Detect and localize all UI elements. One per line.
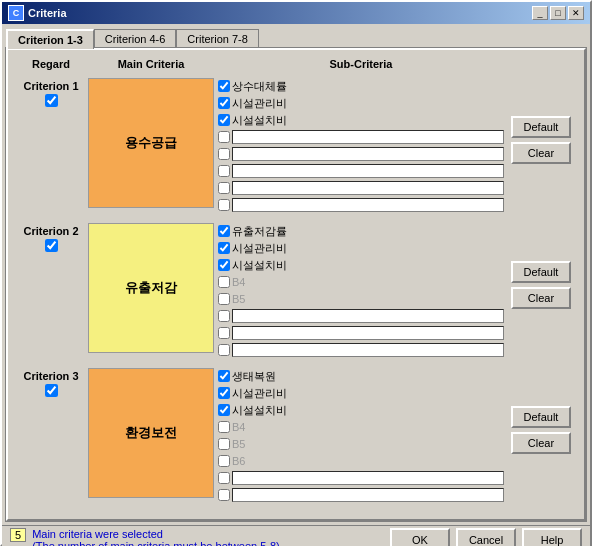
sub-1-6-checkbox[interactable] — [218, 165, 230, 177]
criterion-2-buttons: Default Clear — [506, 221, 576, 309]
criterion-2-default-button[interactable]: Default — [511, 261, 571, 283]
criterion-2-label: Criterion 2 — [16, 221, 86, 252]
sub-3-6-checkbox[interactable] — [218, 455, 230, 467]
criterion-2-main-box: 유출저감 — [88, 223, 214, 353]
main-criteria-header: Main Criteria — [86, 58, 216, 70]
sub-1-8-checkbox[interactable] — [218, 199, 230, 211]
criterion-2-clear-button[interactable]: Clear — [511, 287, 571, 309]
actions-header — [506, 58, 576, 70]
sub-item: 시설설치비 — [218, 112, 504, 128]
status-line1: Main criteria were selected — [32, 528, 280, 540]
sub-3-2-checkbox[interactable] — [218, 387, 230, 399]
sub-2-4-checkbox[interactable] — [218, 276, 230, 288]
status-left: 5 Main criteria were selected (The numbe… — [10, 528, 280, 546]
sub-item: 생태복원 — [218, 368, 504, 384]
sub-3-8-input[interactable] — [232, 488, 504, 502]
sub-2-7-input[interactable] — [232, 326, 504, 340]
maximize-button[interactable]: □ — [550, 6, 566, 20]
sub-3-7-checkbox[interactable] — [218, 472, 230, 484]
criterion-3-main-cell: 환경보전 — [86, 366, 216, 500]
criterion-1-main-cell: 용수공급 — [86, 76, 216, 210]
criterion-2-sub-cell: 유출저감률 시설관리비 시설설치비 B4 — [216, 221, 506, 360]
sub-item: 유출저감률 — [218, 223, 504, 239]
sub-item: 시설관리비 — [218, 240, 504, 256]
sub-2-7-checkbox[interactable] — [218, 327, 230, 339]
sub-1-4-checkbox[interactable] — [218, 131, 230, 143]
criterion-3-default-button[interactable]: Default — [511, 406, 571, 428]
window-title: Criteria — [28, 7, 67, 19]
window-icon: C — [8, 5, 24, 21]
sub-1-8-input[interactable] — [232, 198, 504, 212]
tab-criterion-1-3[interactable]: Criterion 1-3 — [6, 29, 94, 49]
criterion-3-clear-button[interactable]: Clear — [511, 432, 571, 454]
tab-bar: Criterion 1-3 Criterion 4-6 Criterion 7-… — [6, 28, 586, 48]
criterion-1-label: Criterion 1 — [16, 76, 86, 107]
sub-1-1-checkbox[interactable] — [218, 80, 230, 92]
sub-item — [218, 325, 504, 341]
status-badge: 5 — [10, 528, 26, 542]
status-line2: (The number of main criteria must be bet… — [32, 540, 280, 546]
sub-2-3-checkbox[interactable] — [218, 259, 230, 271]
sub-3-4-checkbox[interactable] — [218, 421, 230, 433]
column-headers: Regard Main Criteria Sub-Criteria — [16, 58, 576, 72]
sub-item: B4 — [218, 274, 504, 290]
status-text: Main criteria were selected (The number … — [32, 528, 280, 546]
sub-item: 시설설치비 — [218, 257, 504, 273]
sub-2-6-input[interactable] — [232, 309, 504, 323]
minimize-button[interactable]: _ — [532, 6, 548, 20]
criterion-1-row: Criterion 1 용수공급 상수대체률 시설관리비 — [16, 76, 576, 215]
sub-item — [218, 487, 504, 503]
sub-item — [218, 470, 504, 486]
main-window: C Criteria _ □ ✕ Criterion 1-3 Criterion… — [0, 0, 592, 546]
sub-3-3-checkbox[interactable] — [218, 404, 230, 416]
sub-item: B5 — [218, 436, 504, 452]
criterion-3-main-box: 환경보전 — [88, 368, 214, 498]
ok-button[interactable]: OK — [390, 528, 450, 546]
sub-criteria-header: Sub-Criteria — [216, 58, 506, 70]
sub-1-5-checkbox[interactable] — [218, 148, 230, 160]
criterion-2-checkbox[interactable] — [45, 239, 58, 252]
sub-2-5-checkbox[interactable] — [218, 293, 230, 305]
sub-1-7-input[interactable] — [232, 181, 504, 195]
window-content: Criterion 1-3 Criterion 4-6 Criterion 7-… — [2, 24, 590, 525]
criterion-1-checkbox[interactable] — [45, 94, 58, 107]
sub-2-8-input[interactable] — [232, 343, 504, 357]
sub-2-2-checkbox[interactable] — [218, 242, 230, 254]
sub-item: B5 — [218, 291, 504, 307]
criterion-2-main-cell: 유출저감 — [86, 221, 216, 355]
tab-criterion-4-6[interactable]: Criterion 4-6 — [94, 29, 177, 49]
criterion-3-buttons: Default Clear — [506, 366, 576, 454]
cancel-button[interactable]: Cancel — [456, 528, 516, 546]
sub-3-1-checkbox[interactable] — [218, 370, 230, 382]
sub-1-4-input[interactable] — [232, 130, 504, 144]
sub-3-8-checkbox[interactable] — [218, 489, 230, 501]
regard-header: Regard — [16, 58, 86, 70]
tab-criterion-7-8[interactable]: Criterion 7-8 — [176, 29, 259, 49]
sub-2-8-checkbox[interactable] — [218, 344, 230, 356]
sub-1-3-checkbox[interactable] — [218, 114, 230, 126]
sub-item: 시설설치비 — [218, 402, 504, 418]
close-button[interactable]: ✕ — [568, 6, 584, 20]
tab-panel: Regard Main Criteria Sub-Criteria Criter… — [6, 48, 586, 521]
sub-3-7-input[interactable] — [232, 471, 504, 485]
criterion-3-sub-cell: 생태복원 시설관리비 시설설치비 B4 — [216, 366, 506, 505]
sub-item — [218, 308, 504, 324]
sub-2-6-checkbox[interactable] — [218, 310, 230, 322]
criterion-1-clear-button[interactable]: Clear — [511, 142, 571, 164]
help-button[interactable]: Help — [522, 528, 582, 546]
title-buttons: _ □ ✕ — [532, 6, 584, 20]
sub-item — [218, 146, 504, 162]
criterion-3-row: Criterion 3 환경보전 생태복원 시설관리비 — [16, 366, 576, 505]
status-bar: 5 Main criteria were selected (The numbe… — [2, 525, 590, 546]
sub-1-7-checkbox[interactable] — [218, 182, 230, 194]
sub-1-2-checkbox[interactable] — [218, 97, 230, 109]
criterion-1-default-button[interactable]: Default — [511, 116, 571, 138]
sub-item: B6 — [218, 453, 504, 469]
sub-item — [218, 129, 504, 145]
sub-1-6-input[interactable] — [232, 164, 504, 178]
sub-item — [218, 197, 504, 213]
criterion-3-checkbox[interactable] — [45, 384, 58, 397]
sub-3-5-checkbox[interactable] — [218, 438, 230, 450]
sub-2-1-checkbox[interactable] — [218, 225, 230, 237]
sub-1-5-input[interactable] — [232, 147, 504, 161]
